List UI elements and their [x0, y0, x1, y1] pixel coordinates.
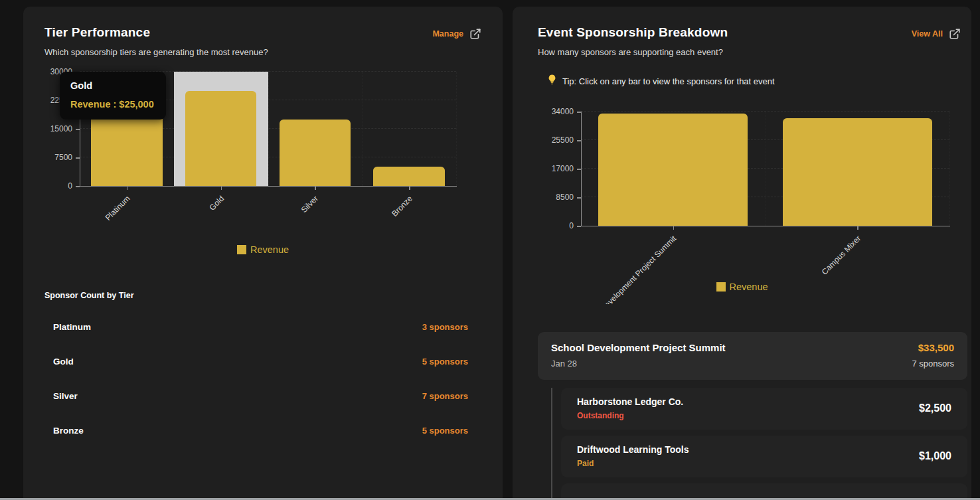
y-axis-tick-label: 8500 [513, 193, 574, 202]
y-axis-tick-label: 0 [44, 181, 72, 191]
bar-bronze[interactable] [373, 167, 445, 186]
view-all-link-label: View All [912, 29, 943, 39]
event-name: School Development Project Summit [551, 342, 726, 353]
event-total-amount: $33,500 [918, 342, 954, 353]
tooltip-value: Revenue : $25,000 [70, 99, 154, 110]
sponsor-list-connector-line [551, 388, 552, 500]
lightbulb-icon [547, 74, 557, 88]
tier-row-bronze: Bronze 5 sponsors [44, 413, 481, 448]
sponsor-status-badge: Outstanding [577, 411, 683, 420]
tier-label: Silver [53, 391, 78, 401]
panel-title: Tier Performance [44, 25, 268, 40]
manage-link[interactable]: Manage [432, 28, 481, 40]
x-axis-line [580, 226, 950, 226]
sponsor-row-driftwood[interactable]: Driftwood Learning Tools Paid $1,000 [561, 436, 967, 477]
bar-silver[interactable] [280, 120, 351, 186]
external-link-icon [469, 28, 481, 40]
tier-label: Platinum [53, 322, 91, 332]
bar-campus-mixer[interactable] [783, 118, 932, 226]
panel-subtitle: Which sponsorship tiers are generating t… [44, 47, 268, 57]
x-axis-label: School Development Project Summit [580, 234, 679, 304]
tier-row-platinum: Platinum 3 sponsors [44, 309, 481, 344]
y-axis-tick-label: 17000 [513, 164, 574, 173]
tier-sponsor-count: 5 sponsors [422, 357, 468, 367]
sponsor-status-badge: Paid [577, 459, 689, 468]
sponsor-amount: $2,500 [919, 402, 951, 414]
legend-label: Revenue [250, 244, 289, 255]
x-axis-line [79, 186, 457, 187]
tip-text: Tip: Click on any bar to view the sponso… [562, 76, 775, 86]
legend-revenue[interactable]: Revenue [716, 282, 768, 292]
legend-label: Revenue [729, 282, 768, 292]
gridline-vertical [268, 72, 269, 186]
tier-row-silver: Silver 7 sponsors [44, 378, 481, 413]
bar-gold[interactable] [185, 91, 257, 186]
legend-revenue[interactable]: Revenue [237, 244, 289, 255]
view-all-link[interactable]: View All [912, 28, 961, 40]
tooltip-title: Gold [70, 80, 154, 91]
gridline-vertical [766, 112, 766, 226]
tier-sponsor-count: 3 sponsors [422, 322, 468, 332]
legend-swatch [237, 245, 246, 254]
event-sponsor-list: Harborstone Ledger Co. Outstanding $2,50… [551, 388, 967, 500]
tier-row-gold: Gold 5 sponsors [44, 344, 481, 378]
event-breakdown-heading-block: Event Sponsorship Breakdown How many spo… [538, 25, 728, 57]
bar-school-development-project-summit[interactable] [598, 114, 748, 226]
sponsor-count-section: Sponsor Count by Tier Platinum 3 sponsor… [44, 291, 481, 448]
y-axis-line [581, 112, 582, 226]
event-summary-card: School Development Project Summit $33,50… [538, 332, 967, 380]
gridline-vertical [456, 72, 457, 186]
sponsor-name: Harborstone Ledger Co. [577, 396, 683, 407]
x-axis-label: Gold [208, 194, 226, 212]
gridline-vertical [949, 112, 950, 226]
panel-subtitle: How many sponsors are supporting each ev… [538, 47, 728, 57]
event-date: Jan 28 [551, 359, 577, 369]
tier-revenue-bar-chart: 07500150002250030000PlatinumGoldSilverBr… [44, 65, 481, 264]
y-axis-tick-label: 15000 [44, 124, 72, 133]
dashboard-page: { "colors": { "bar": "#d5b23d", "accent_… [0, 0, 980, 500]
tip-row: Tip: Click on any bar to view the sponso… [547, 74, 971, 88]
sponsor-count-heading: Sponsor Count by Tier [44, 291, 481, 300]
event-summary-row2: Jan 28 7 sponsors [551, 359, 954, 369]
event-breakdown-header: Event Sponsorship Breakdown How many spo… [513, 25, 971, 57]
chart-tooltip: Gold Revenue : $25,000 [60, 72, 166, 120]
y-axis-tick-label: 7500 [44, 153, 72, 162]
tier-label: Gold [53, 357, 74, 367]
tier-performance-heading-block: Tier Performance Which sponsorship tiers… [44, 25, 268, 57]
sponsor-info: Harborstone Ledger Co. Outstanding [577, 396, 683, 420]
event-revenue-bar-chart: 08500170002550034000School Development P… [513, 94, 971, 304]
y-axis-tick-label: 34000 [513, 107, 574, 116]
x-axis-label: Silver [299, 194, 320, 214]
gridline-vertical [362, 72, 363, 186]
manage-link-label: Manage [432, 29, 463, 39]
legend-swatch [716, 282, 725, 292]
x-axis-label: Platinum [104, 194, 132, 222]
sponsor-count-rows: Platinum 3 sponsors Gold 5 sponsors Silv… [44, 309, 481, 448]
x-axis-label: Campus Mixer [820, 234, 863, 277]
external-link-icon [949, 28, 961, 40]
x-axis-label: Bronze [390, 194, 414, 218]
tier-sponsor-count: 5 sponsors [422, 426, 468, 436]
y-axis-tick-label: 25500 [513, 135, 574, 145]
tier-sponsor-count: 7 sponsors [422, 391, 468, 401]
tier-performance-panel: Tier Performance Which sponsorship tiers… [23, 7, 503, 500]
event-sponsor-count: 7 sponsors [912, 359, 954, 369]
sponsor-name: Driftwood Learning Tools [577, 444, 689, 455]
y-axis-tick-label: 0 [513, 221, 574, 230]
panel-title: Event Sponsorship Breakdown [538, 25, 728, 40]
sponsor-row-harborstone[interactable]: Harborstone Ledger Co. Outstanding $2,50… [561, 388, 967, 430]
tier-label: Bronze [53, 426, 84, 436]
event-summary-row1: School Development Project Summit $33,50… [551, 342, 954, 353]
sponsor-info: Driftwood Learning Tools Paid [577, 444, 689, 468]
tier-performance-header: Tier Performance Which sponsorship tiers… [44, 25, 481, 57]
sponsor-amount: $1,000 [919, 450, 951, 462]
event-sponsorship-panel: Event Sponsorship Breakdown How many spo… [513, 7, 971, 500]
